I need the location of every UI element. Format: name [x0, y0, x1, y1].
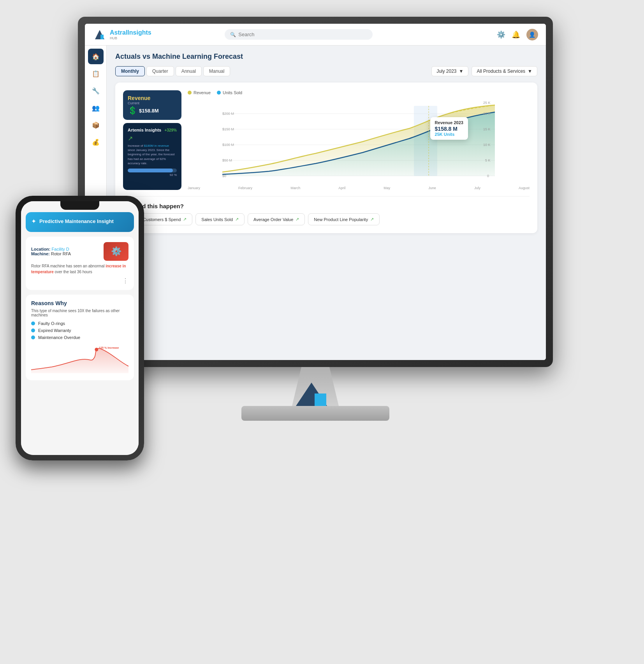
date-filter[interactable]: July 2023 ▼	[431, 66, 468, 76]
why-btn-product[interactable]: New Product Line Popularity ↗	[308, 213, 380, 225]
svg-text:125 % Increase: 125 % Increase	[99, 346, 119, 350]
scene: AstralInsights HUB 🔍 ⚙️ 🔔 �	[16, 17, 628, 647]
search-input[interactable]	[238, 32, 304, 37]
mini-chart: 125 % Increase	[31, 344, 128, 375]
phone-content: ✦ Predictive Maintenance Insight Locatio…	[21, 201, 139, 455]
insight-card: ✦ Predictive Maintenance Insight	[26, 212, 134, 232]
x-axis-labels: January February March April May June Ju…	[188, 186, 530, 190]
trend-icon-1: ↗	[183, 217, 187, 222]
sidebar-item-tools[interactable]: 🔧	[88, 83, 104, 98]
svg-text:15 K: 15 K	[483, 127, 491, 131]
why-buttons: Top 10 Customers $ Spend ↗ Sales Units S…	[123, 213, 530, 225]
revenue-box: Revenue Current 💲 $158.8M	[123, 90, 181, 190]
dash-header: AstralInsights HUB 🔍 ⚙️ 🔔 �	[85, 24, 546, 46]
reason-item-2: Expired Warranty	[31, 328, 128, 333]
chart-tooltip: Revenue 2023 $158.8 M 25K Units	[430, 117, 468, 140]
sidebar-item-users[interactable]: 👥	[88, 100, 104, 116]
search-bar[interactable]: 🔍	[225, 29, 373, 40]
more-dots[interactable]: ⋮	[31, 277, 128, 285]
reasons-title: Reasons Why	[31, 300, 128, 306]
tab-monthly[interactable]: Monthly	[115, 66, 145, 76]
machine-label: Machine: Rotor RFA	[31, 251, 71, 256]
trend-icon-2: ↗	[235, 217, 239, 222]
svg-text:25 K: 25 K	[483, 101, 491, 105]
progress-bar	[128, 169, 177, 172]
phone-screen: ✦ Predictive Maintenance Insight Locatio…	[21, 201, 139, 455]
svg-text:5 K: 5 K	[485, 158, 491, 162]
tab-annual[interactable]: Annual	[176, 66, 202, 76]
tab-group: Monthly Quarter Annual Manual	[115, 66, 230, 76]
svg-text:$150 M: $150 M	[222, 127, 234, 131]
reasons-card: Reasons Why This type of machine sees 10…	[26, 295, 134, 380]
svg-text:$0: $0	[222, 174, 226, 178]
settings-icon[interactable]: ⚙️	[497, 30, 505, 39]
why-btn-sales[interactable]: Sales Units Sold ↗	[195, 213, 245, 225]
notifications-icon[interactable]: 🔔	[512, 30, 520, 39]
logo-icon	[93, 28, 107, 42]
reason-dot-3	[31, 336, 35, 339]
location-value: Facility D	[52, 247, 69, 251]
dashboard: AstralInsights HUB 🔍 ⚙️ 🔔 �	[85, 24, 546, 360]
monitor-frame: AstralInsights HUB 🔍 ⚙️ 🔔 �	[78, 17, 553, 367]
legend-revenue: Revenue	[188, 90, 211, 95]
chart-top: Revenue Current 💲 $158.8M	[123, 90, 530, 190]
trend-icon-3: ↗	[296, 217, 299, 222]
filter-bar: Monthly Quarter Annual Manual July 2023 …	[115, 66, 537, 76]
why-btn-order[interactable]: Average Order Value ↗	[248, 213, 305, 225]
dollar-icon: 💲	[128, 106, 137, 115]
why-section: Why did this happen? Top 10 Customers $ …	[123, 196, 530, 225]
avatar[interactable]: 👤	[526, 29, 538, 40]
phone: ✦ Predictive Maintenance Insight Locatio…	[16, 196, 144, 460]
reason-item-1: Faulty O-rings	[31, 321, 128, 326]
reason-dot-1	[31, 321, 35, 325]
location-label: Location: Facility D	[31, 247, 71, 251]
legend-units: Units Sold	[217, 90, 242, 95]
main-content: Actuals vs Machine Learning Forecast Mon…	[107, 46, 546, 360]
dash-body: 🏠 📋 🔧 👥 📦 💰 ❓ 🏠 📄	[85, 46, 546, 360]
page-title: Actuals vs Machine Learning Forecast	[115, 53, 537, 61]
sidebar-item-reports[interactable]: 📋	[88, 66, 104, 81]
why-title: Why did this happen?	[123, 203, 530, 209]
chart-svg-wrap: $0 $50 M $100 M $150 M $200 M 0	[188, 98, 530, 185]
trend-icon-4: ↗	[370, 217, 374, 222]
chart-area: Revenue Units Sold	[188, 90, 530, 190]
filter-right: July 2023 ▼ All Products & Services ▼	[431, 66, 537, 76]
svg-text:$50 M: $50 M	[222, 158, 232, 162]
chart-card: Revenue Current 💲 $158.8M	[115, 83, 537, 233]
progress-fill	[128, 169, 173, 172]
tab-manual[interactable]: Manual	[203, 66, 230, 76]
phone-notch	[60, 201, 99, 210]
monitor: AstralInsights HUB 🔍 ⚙️ 🔔 �	[78, 17, 553, 445]
sidebar-item-products[interactable]: 📦	[88, 117, 104, 133]
highlight-text: increase in temperature	[31, 264, 126, 274]
sidebar-item-home[interactable]: 🏠	[88, 49, 104, 64]
logo-text: AstralInsights	[110, 29, 151, 36]
machine-image: ⚙️	[104, 242, 128, 261]
machine-value: Rotor RFA	[51, 251, 71, 256]
header-icons: ⚙️ 🔔 👤	[497, 29, 538, 40]
artemis-header: Artemis Insights +329%	[128, 128, 177, 132]
artemis-highlight: $180M in revenue	[144, 144, 169, 148]
monitor-screen: AstralInsights HUB 🔍 ⚙️ 🔔 �	[85, 24, 546, 360]
revenue-status: Current	[128, 101, 177, 105]
reasons-subtitle: This type of machine sees 10X the failur…	[31, 309, 128, 317]
sidebar-item-finance[interactable]: 💰	[88, 134, 104, 150]
svg-text:10 K: 10 K	[483, 143, 491, 147]
divider	[123, 196, 530, 197]
tab-quarter[interactable]: Quarter	[146, 66, 174, 76]
tooltip-title: Revenue 2023	[435, 120, 463, 125]
monitor-logo	[292, 379, 339, 416]
svg-rect-1	[100, 35, 104, 39]
logo-subtitle: HUB	[110, 36, 151, 40]
reason-dot-2	[31, 328, 35, 332]
revenue-value: $158.8M	[139, 108, 159, 114]
insight-header: ✦ Predictive Maintenance Insight	[31, 218, 128, 225]
insight-icon: ✦	[31, 218, 36, 225]
product-filter[interactable]: All Products & Services ▼	[472, 66, 537, 76]
legend-dot-units	[217, 91, 221, 95]
detail-text: Rotor RFA machine has seen an abnormal i…	[31, 263, 128, 275]
chart-svg: $0 $50 M $100 M $150 M $200 M 0	[188, 98, 530, 184]
search-icon: 🔍	[230, 32, 236, 37]
svg-text:0: 0	[487, 174, 489, 178]
progress-label: 92 %	[128, 173, 177, 177]
